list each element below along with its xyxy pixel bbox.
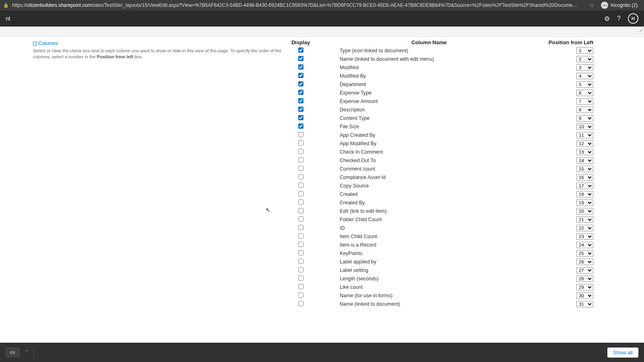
position-select[interactable]: 1234567891011121314151617181920212223242… [576, 157, 593, 164]
position-select[interactable]: 1234567891011121314151617181920212223242… [576, 301, 593, 307]
column-row: Label setting123456789101112131415161718… [283, 266, 596, 274]
column-name-label: ID [319, 225, 539, 231]
column-row: Edit (link to edit item)1234567891011121… [283, 207, 596, 215]
columns-grid: Display Column Name Position from Left T… [283, 39, 644, 308]
column-row: App Modified By1234567891011121314151617… [283, 139, 596, 148]
incognito-label: Incognito (2) [611, 2, 638, 8]
column-name-label: Expense Type [319, 90, 539, 96]
display-checkbox[interactable] [298, 140, 303, 146]
display-checkbox[interactable] [298, 208, 303, 213]
url-text[interactable]: https://citizenbuilders.sharepoint.com/s… [12, 2, 586, 8]
position-select[interactable]: 1234567891011121314151617181920212223242… [576, 250, 593, 257]
position-select[interactable]: 1234567891011121314151617181920212223242… [576, 166, 593, 172]
column-name-label: App Created By [319, 132, 539, 138]
display-checkbox[interactable] [298, 259, 303, 264]
position-select[interactable]: 1234567891011121314151617181920212223242… [576, 267, 593, 274]
display-checkbox[interactable] [298, 292, 303, 298]
display-checkbox[interactable] [298, 115, 303, 120]
help-icon[interactable]: ? [617, 15, 621, 22]
column-name-label: Item Child Count [319, 234, 539, 239]
column-name-label: App Modified By [319, 141, 539, 146]
display-checkbox[interactable] [298, 200, 303, 205]
browser-address-bar: 🔒 https://citizenbuilders.sharepoint.com… [0, 0, 644, 10]
position-select[interactable]: 1234567891011121314151617181920212223242… [576, 47, 593, 54]
display-checkbox[interactable] [298, 233, 303, 239]
column-name-label: Name (linked to document with edit menu) [319, 56, 539, 62]
display-checkbox[interactable] [298, 267, 303, 272]
display-checkbox[interactable] [298, 301, 303, 306]
columns-section-title[interactable]: – Columns [33, 41, 283, 46]
position-select[interactable]: 1234567891011121314151617181920212223242… [576, 107, 593, 113]
display-checkbox[interactable] [298, 73, 303, 78]
display-checkbox[interactable] [298, 123, 303, 129]
display-checkbox[interactable] [298, 174, 303, 179]
display-checkbox[interactable] [298, 81, 303, 86]
column-row: ID12345678910111213141516171819202122232… [283, 224, 596, 232]
display-checkbox[interactable] [298, 132, 303, 137]
position-select[interactable]: 1234567891011121314151617181920212223242… [576, 56, 593, 62]
position-select[interactable]: 1234567891011121314151617181920212223242… [576, 73, 593, 79]
position-select[interactable]: 1234567891011121314151617181920212223242… [576, 90, 593, 96]
display-checkbox[interactable] [298, 157, 303, 162]
display-checkbox[interactable] [298, 107, 303, 112]
bookmark-star-icon[interactable]: ☆ [589, 2, 594, 8]
display-checkbox[interactable] [298, 284, 303, 289]
column-name-label: Department [319, 82, 539, 87]
position-select[interactable]: 1234567891011121314151617181920212223242… [576, 276, 593, 282]
display-checkbox[interactable] [298, 56, 303, 61]
position-select[interactable]: 1234567891011121314151617181920212223242… [576, 191, 593, 197]
position-select[interactable]: 1234567891011121314151617181920212223242… [576, 64, 593, 71]
display-checkbox[interactable] [298, 191, 303, 196]
display-checkbox[interactable] [298, 90, 303, 95]
position-select[interactable]: 1234567891011121314151617181920212223242… [576, 174, 593, 181]
display-checkbox[interactable] [298, 47, 303, 53]
display-checkbox[interactable] [298, 276, 303, 281]
position-select[interactable]: 1234567891011121314151617181920212223242… [576, 115, 593, 121]
column-row: Copy Source12345678910111213141516171819… [283, 181, 596, 190]
position-select[interactable]: 1234567891011121314151617181920212223242… [576, 259, 593, 265]
column-name-label: Like count [319, 284, 539, 290]
position-select[interactable]: 1234567891011121314151617181920212223242… [576, 284, 593, 290]
column-row: Expense Type1234567891011121314151617181… [283, 88, 596, 97]
column-row: Description12345678910111213141516171819… [283, 105, 596, 114]
content-area: – Columns Select or clear the check box … [0, 37, 644, 343]
column-name-label: Type (icon linked to document) [319, 48, 539, 53]
collapse-icon[interactable]: – [33, 42, 37, 45]
column-name-label: Modified By [319, 73, 539, 79]
columns-title-text: Columns [38, 41, 58, 46]
column-name-label: Created By [319, 200, 539, 206]
column-row: Label applied by123456789101112131415161… [283, 257, 596, 266]
position-select[interactable]: 1234567891011121314151617181920212223242… [576, 225, 593, 231]
position-select[interactable]: 1234567891011121314151617181920212223242… [576, 98, 593, 105]
position-select[interactable]: 1234567891011121314151617181920212223242… [576, 216, 593, 223]
gear-icon[interactable]: ⚙ [604, 15, 610, 23]
position-select[interactable]: 1234567891011121314151617181920212223242… [576, 200, 593, 206]
position-select[interactable]: 1234567891011121314151617181920212223242… [576, 149, 593, 155]
display-checkbox[interactable] [298, 183, 303, 188]
display-checkbox[interactable] [298, 250, 303, 255]
position-select[interactable]: 1234567891011121314151617181920212223242… [576, 140, 593, 147]
position-select[interactable]: 1234567891011121314151617181920212223242… [576, 183, 593, 189]
display-checkbox[interactable] [298, 64, 303, 70]
column-name-label: Content Type [319, 115, 539, 121]
position-select[interactable]: 1234567891011121314151617181920212223242… [576, 81, 593, 88]
position-select[interactable]: 1234567891011121314151617181920212223242… [576, 233, 593, 240]
column-row: Created123456789101112131415161718192021… [283, 190, 596, 198]
avatar[interactable]: H [628, 13, 638, 24]
position-select[interactable]: 1234567891011121314151617181920212223242… [576, 242, 593, 248]
display-checkbox[interactable] [298, 225, 303, 230]
display-checkbox[interactable] [298, 149, 303, 154]
column-row: App Created By12345678910111213141516171… [283, 131, 596, 139]
position-select[interactable]: 1234567891011121314151617181920212223242… [576, 123, 593, 130]
incognito-indicator[interactable]: 👓 Incognito (2) [598, 1, 641, 10]
display-checkbox[interactable] [298, 166, 303, 171]
position-select[interactable]: 1234567891011121314151617181920212223242… [576, 208, 593, 214]
column-name-label: Folder Child Count [319, 217, 539, 222]
column-name-label: Copy Source [319, 183, 539, 189]
display-checkbox[interactable] [298, 242, 303, 247]
display-checkbox[interactable] [298, 216, 303, 222]
position-select[interactable]: 1234567891011121314151617181920212223242… [576, 292, 593, 299]
position-select[interactable]: 1234567891011121314151617181920212223242… [576, 132, 593, 138]
display-checkbox[interactable] [298, 98, 303, 103]
ribbon-expand-icon[interactable]: ⤢ [639, 28, 642, 33]
